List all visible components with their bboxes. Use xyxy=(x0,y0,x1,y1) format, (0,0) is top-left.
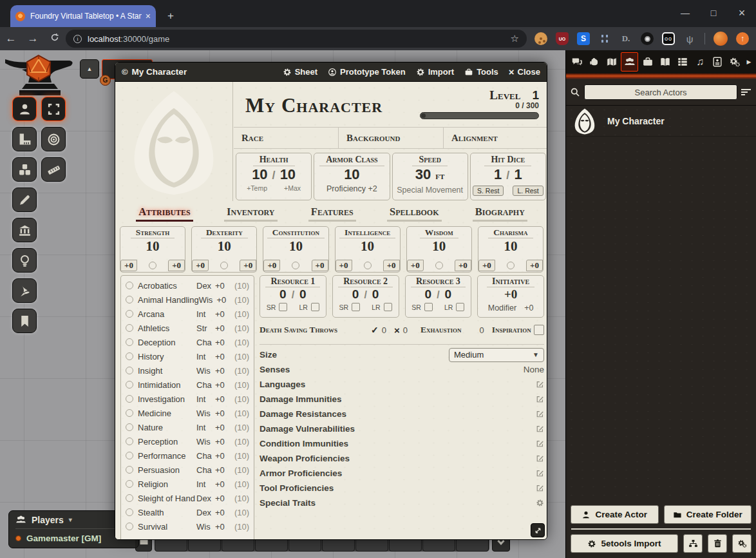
window-header[interactable]: ©My Character Sheet Prototype Token Impo… xyxy=(115,63,547,82)
profile-avatar[interactable] xyxy=(713,32,728,46)
resource-current[interactable]: 0 xyxy=(352,287,359,302)
death-save-failure-icon[interactable]: × xyxy=(394,325,400,336)
tab-compendium[interactable] xyxy=(710,52,726,72)
skill-proficiency-radio[interactable] xyxy=(126,480,133,488)
sr-checkbox[interactable] xyxy=(279,303,287,311)
skill-row[interactable]: Sleight of Hand Dex +0 (10) xyxy=(126,491,249,505)
skill-row[interactable]: Intimidation Cha +0 (10) xyxy=(126,378,249,392)
death-save-successes[interactable]: 0 xyxy=(382,325,386,335)
trait-row[interactable]: Special Traits xyxy=(260,495,544,510)
ublock-extension-icon[interactable]: UO xyxy=(556,32,569,45)
skill-proficiency-radio[interactable] xyxy=(126,523,133,530)
close-icon[interactable]: × xyxy=(728,0,756,26)
ability-mod[interactable]: +0 xyxy=(526,260,543,271)
trait-row[interactable]: Damage Resistances xyxy=(260,407,544,421)
xp-line[interactable]: 0 / 300 xyxy=(420,101,539,110)
sort-filter-icon[interactable] xyxy=(741,89,752,95)
measure-tool-button[interactable] xyxy=(41,157,66,182)
exhaustion-value[interactable]: 0 xyxy=(479,325,484,335)
skill-proficiency-radio[interactable] xyxy=(126,324,133,332)
import-button[interactable]: Import xyxy=(416,67,454,77)
gear-icon[interactable] xyxy=(536,499,544,507)
folder-tree-button[interactable] xyxy=(683,534,703,553)
stylus-extension-icon[interactable]: S xyxy=(577,32,590,45)
skill-proficiency-radio[interactable] xyxy=(126,352,133,360)
forward-icon[interactable]: → xyxy=(22,32,44,45)
hp-temp-label[interactable]: +Temp xyxy=(247,184,267,192)
edit-icon[interactable] xyxy=(536,425,544,433)
5etools-import-button[interactable]: 5etools Import xyxy=(571,534,678,553)
resource-max[interactable]: 0 xyxy=(445,287,452,302)
hp-tempmax-label[interactable]: +Max xyxy=(284,184,301,192)
skill-row[interactable]: Performance Cha +0 (10) xyxy=(126,448,249,463)
tab-playlists[interactable]: ♫ xyxy=(692,52,708,72)
lr-checkbox[interactable] xyxy=(456,303,464,311)
lr-checkbox[interactable] xyxy=(311,303,319,311)
skill-row[interactable]: Animal Handling Wis +0 (10) xyxy=(126,293,249,307)
skill-row[interactable]: Athletics Str +0 (10) xyxy=(126,321,249,335)
skill-row[interactable]: Acrobatics Dex +0 (10) xyxy=(126,278,249,293)
sheet-config-button[interactable]: Sheet xyxy=(283,67,317,77)
trait-row[interactable]: Damage Immunities xyxy=(260,392,544,407)
skill-proficiency-radio[interactable] xyxy=(126,409,133,417)
skill-proficiency-radio[interactable] xyxy=(126,395,133,403)
sheet-tab[interactable]: Inventory xyxy=(224,206,277,222)
hp-max[interactable]: 10 xyxy=(280,166,296,183)
game-canvas[interactable]: ▲ Players ▾ Gamemaster [GM] xyxy=(0,50,756,558)
resource-current[interactable]: 0 xyxy=(279,287,287,302)
level-value[interactable]: 1 xyxy=(532,88,539,102)
maximize-icon[interactable]: □ xyxy=(699,0,728,26)
search-input[interactable] xyxy=(584,84,737,100)
lr-checkbox[interactable] xyxy=(384,303,392,311)
update-icon[interactable]: ↑ xyxy=(736,32,749,45)
skill-row[interactable]: Medicine Wis +0 (10) xyxy=(126,406,249,420)
ability-box[interactable]: Charisma 10 +0 +0 xyxy=(478,226,543,273)
ability-box[interactable]: Strength 10 +0 +0 xyxy=(120,226,185,273)
speed-value[interactable]: 30 xyxy=(415,166,431,183)
character-portrait[interactable] xyxy=(115,82,233,201)
speed-box[interactable]: Speed 30ft Special Movement xyxy=(392,153,468,200)
trait-row[interactable]: Armor Proficiencies xyxy=(260,466,544,481)
skill-row[interactable]: Survival Wis +0 (10) xyxy=(126,519,249,534)
initiative-value[interactable]: +0 xyxy=(504,287,517,302)
sr-checkbox[interactable] xyxy=(352,303,360,311)
skill-proficiency-radio[interactable] xyxy=(126,338,133,346)
proficiency-toggle[interactable] xyxy=(292,262,299,269)
edit-icon[interactable] xyxy=(536,484,544,492)
tabs-extension-icon[interactable] xyxy=(598,32,611,45)
oo-extension-icon[interactable]: oo xyxy=(662,32,675,45)
skill-proficiency-radio[interactable] xyxy=(126,423,133,431)
ruler-tool-button[interactable] xyxy=(12,127,37,151)
browser-tab[interactable]: Foundry Virtual Tabletop • A Stan × xyxy=(10,5,156,27)
create-folder-button[interactable]: Create Folder xyxy=(664,505,752,524)
tab-actors[interactable] xyxy=(621,52,638,72)
sheet-tab[interactable]: Attributes xyxy=(136,206,193,222)
window-resize-handle[interactable] xyxy=(531,523,545,537)
skill-row[interactable]: Perception Wis +0 (10) xyxy=(126,434,249,448)
edit-icon[interactable] xyxy=(536,469,544,477)
sheet-tab[interactable]: Features xyxy=(308,206,356,222)
proficiency-toggle[interactable] xyxy=(149,262,156,269)
sound-controls-button[interactable] xyxy=(12,278,37,303)
ability-save[interactable]: +0 xyxy=(478,260,495,271)
site-info-icon[interactable]: i xyxy=(73,35,82,43)
skill-row[interactable]: Arcana Int +0 (10) xyxy=(126,307,249,321)
tab-scenes[interactable] xyxy=(603,52,619,72)
short-rest-button[interactable]: S. Rest xyxy=(473,186,504,196)
detail-field[interactable]: Alignment xyxy=(444,128,547,148)
prototype-token-button[interactable]: Prototype Token xyxy=(328,67,406,77)
new-tab-button[interactable]: + xyxy=(162,8,179,24)
tab-close-icon[interactable]: × xyxy=(146,11,151,21)
edit-icon[interactable] xyxy=(536,380,544,389)
select-tool-button[interactable] xyxy=(41,97,66,121)
trait-row[interactable]: Tool Proficiencies xyxy=(260,481,544,495)
trait-row[interactable]: Languages xyxy=(260,377,544,392)
hit-dice-box[interactable]: Hit Dice 1/1 S. RestL. Rest xyxy=(470,153,546,200)
skill-proficiency-radio[interactable] xyxy=(126,508,133,516)
resource-box[interactable]: Resource 20/0SRLR xyxy=(332,275,399,318)
skill-row[interactable]: Nature Int +0 (10) xyxy=(126,420,249,434)
skill-proficiency-radio[interactable] xyxy=(126,367,133,374)
sidebar-collapse-icon[interactable]: ▶ xyxy=(744,52,753,72)
proficiency-toggle[interactable] xyxy=(435,262,443,269)
tab-items[interactable] xyxy=(639,52,656,72)
